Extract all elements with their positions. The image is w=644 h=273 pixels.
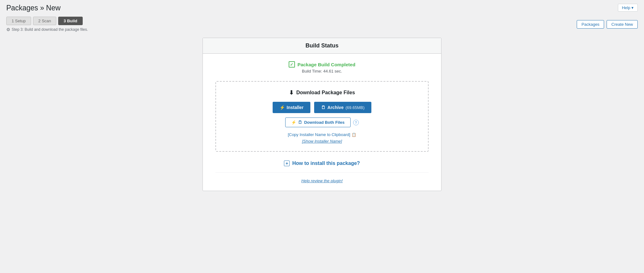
step1-button[interactable]: 1 Setup (6, 17, 31, 25)
steps-right: Packages Create New (577, 20, 638, 29)
download-title: ⬇ Download Package Files (225, 89, 419, 96)
review-link[interactable]: Help review the plugin! (301, 178, 343, 183)
top-bar: Packages » New Help ▾ (0, 0, 644, 12)
build-time-label: Build Time: (302, 69, 322, 74)
build-time: Build Time: 44.61 sec. (215, 69, 429, 74)
copy-installer-text: [Copy Installer Name to Clipboard] (288, 132, 350, 137)
show-installer-link[interactable]: [Show Installer Name] (225, 139, 419, 144)
step3-button[interactable]: 3 Build (58, 17, 82, 25)
archive-file-icon: 🗒 (321, 105, 325, 110)
download-section: ⬇ Download Package Files ⚡ Installer 🗒 A… (215, 81, 429, 152)
how-to-install: + How to install this package? (215, 161, 429, 166)
download-both-label: Download Both Files (304, 120, 345, 125)
download-both-row: ⚡ 🗒 Download Both Files ? (225, 117, 419, 127)
download-title-text: Download Package Files (296, 90, 355, 96)
help-button[interactable]: Help ▾ (618, 4, 638, 12)
page-title: Packages » New (6, 4, 61, 12)
download-icon: ⬇ (289, 89, 294, 96)
download-both-file-icon: 🗒 (298, 120, 302, 125)
how-to-install-link[interactable]: + How to install this package? (215, 161, 429, 166)
build-card-body: ✓ Package Build Completed Build Time: 44… (203, 54, 441, 191)
download-buttons-row: ⚡ Installer 🗒 Archive (69.65MB) (225, 102, 419, 113)
create-new-button[interactable]: Create New (607, 20, 638, 29)
wordpress-icon: ⚙ (6, 27, 10, 32)
steps-left: 1 Setup 2 Scan 3 Build ⚙ Step 3: Build a… (6, 17, 88, 32)
archive-button[interactable]: 🗒 Archive (69.65MB) (314, 102, 371, 113)
packages-button[interactable]: Packages (577, 20, 604, 29)
download-both-help-icon[interactable]: ? (353, 120, 359, 125)
build-status-title: Build Status (209, 42, 435, 49)
copy-installer-link[interactable]: [Copy Installer Name to Clipboard]📋 (225, 132, 419, 137)
archive-size: (69.65MB) (346, 105, 365, 110)
archive-label: Archive (327, 105, 343, 110)
installer-button[interactable]: ⚡ Installer (273, 102, 311, 113)
steps-row: 1 Setup 2 Scan 3 Build (6, 17, 88, 25)
clipboard-icon: 📋 (352, 133, 356, 137)
review-section: Help review the plugin! (215, 172, 429, 183)
build-card-header: Build Status (203, 38, 441, 54)
step2-button[interactable]: 2 Scan (33, 17, 56, 25)
step-description-text: Step 3: Build and download the package f… (12, 27, 88, 32)
build-time-value: 44.61 sec. (323, 69, 342, 74)
how-to-label: How to install this package? (292, 161, 360, 166)
download-both-button[interactable]: ⚡ 🗒 Download Both Files (285, 117, 351, 127)
download-both-bolt-icon: ⚡ (291, 120, 296, 125)
installer-label: Installer (287, 105, 304, 110)
step-description: ⚙ Step 3: Build and download the package… (6, 27, 88, 32)
build-completed-text: Package Build Completed (297, 62, 355, 67)
installer-bolt-icon: ⚡ (280, 105, 285, 110)
plus-icon: + (284, 161, 290, 166)
steps-area: 1 Setup 2 Scan 3 Build ⚙ Step 3: Build a… (0, 12, 644, 35)
build-completed: ✓ Package Build Completed (215, 61, 429, 68)
build-card: Build Status ✓ Package Build Completed B… (203, 38, 441, 191)
main-content: Build Status ✓ Package Build Completed B… (0, 35, 644, 194)
check-icon: ✓ (289, 61, 295, 68)
